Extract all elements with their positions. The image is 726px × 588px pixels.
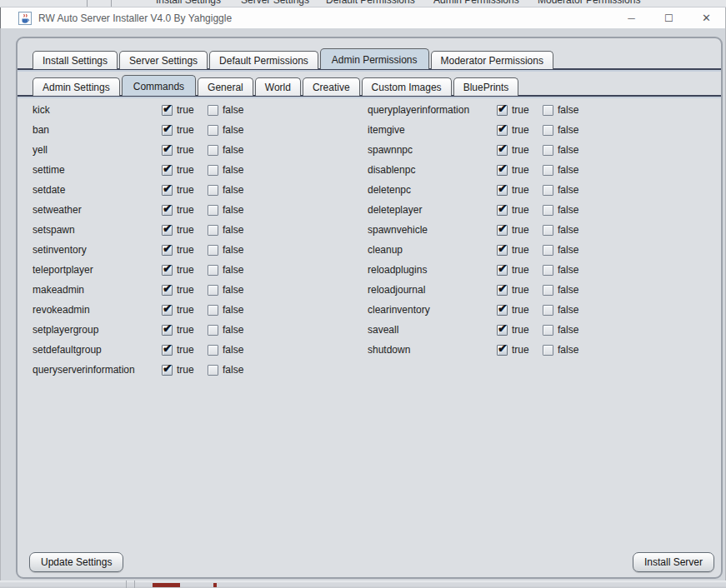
checkbox-false-group[interactable]: false — [543, 204, 618, 216]
checkbox-true[interactable]: ✔ — [497, 225, 508, 236]
checkbox-false[interactable] — [208, 185, 218, 196]
checkbox-true[interactable]: ✔ — [497, 265, 508, 276]
checkbox-false[interactable] — [543, 105, 553, 116]
checkbox-false[interactable] — [208, 125, 218, 136]
checkbox-true[interactable]: ✔ — [497, 185, 508, 196]
checkbox-true-group[interactable]: ✔true — [162, 124, 208, 136]
checkbox-true[interactable]: ✔ — [497, 245, 508, 256]
checkbox-true-group[interactable]: ✔true — [497, 104, 543, 116]
checkbox-false-group[interactable]: false — [208, 244, 283, 256]
checkbox-true-group[interactable]: ✔true — [497, 244, 543, 256]
checkbox-false[interactable] — [208, 105, 218, 116]
subtab-blueprints[interactable]: BluePrints — [453, 77, 519, 96]
checkbox-true[interactable]: ✔ — [162, 205, 173, 216]
checkbox-true[interactable]: ✔ — [162, 325, 173, 336]
checkbox-false-group[interactable]: false — [208, 164, 283, 176]
checkbox-false-group[interactable]: false — [543, 124, 618, 136]
checkbox-false-group[interactable]: false — [208, 104, 283, 116]
checkbox-true[interactable]: ✔ — [162, 345, 173, 356]
subtab-custom-images[interactable]: Custom Images — [362, 77, 452, 96]
checkbox-true-group[interactable]: ✔true — [497, 184, 543, 196]
minimize-icon[interactable]: ─ — [613, 7, 650, 28]
checkbox-false-group[interactable]: false — [208, 224, 283, 236]
checkbox-true[interactable]: ✔ — [162, 245, 173, 256]
subtab-creative[interactable]: Creative — [303, 77, 360, 96]
checkbox-true-group[interactable]: ✔true — [162, 104, 208, 116]
checkbox-true[interactable]: ✔ — [162, 185, 173, 196]
tab-server-settings[interactable]: Server Settings — [119, 51, 208, 69]
checkbox-false[interactable] — [543, 325, 553, 336]
checkbox-false[interactable] — [543, 165, 553, 176]
checkbox-true-group[interactable]: ✔true — [162, 164, 208, 176]
subtab-world[interactable]: World — [255, 77, 301, 96]
checkbox-true-group[interactable]: ✔true — [162, 204, 208, 216]
subtab-commands[interactable]: Commands — [122, 75, 196, 96]
checkbox-true-group[interactable]: ✔true — [497, 304, 543, 316]
checkbox-true[interactable]: ✔ — [497, 165, 508, 176]
checkbox-false-group[interactable]: false — [543, 324, 618, 336]
checkbox-false[interactable] — [543, 285, 553, 296]
checkbox-false[interactable] — [543, 185, 553, 196]
checkbox-false[interactable] — [208, 265, 218, 276]
checkbox-false[interactable] — [208, 165, 218, 176]
checkbox-true[interactable]: ✔ — [497, 145, 508, 156]
checkbox-true-group[interactable]: ✔true — [162, 344, 208, 356]
checkbox-false[interactable] — [208, 225, 218, 236]
checkbox-true[interactable]: ✔ — [162, 305, 173, 316]
checkbox-true-group[interactable]: ✔true — [497, 144, 543, 156]
checkbox-false-group[interactable]: false — [208, 364, 283, 376]
checkbox-false[interactable] — [208, 285, 218, 296]
checkbox-false-group[interactable]: false — [543, 164, 618, 176]
checkbox-false-group[interactable]: false — [543, 344, 618, 356]
checkbox-false[interactable] — [543, 125, 553, 136]
checkbox-true-group[interactable]: ✔true — [497, 224, 543, 236]
checkbox-false-group[interactable]: false — [543, 224, 618, 236]
checkbox-true[interactable]: ✔ — [497, 305, 508, 316]
checkbox-true[interactable]: ✔ — [497, 325, 508, 336]
checkbox-true-group[interactable]: ✔true — [497, 264, 543, 276]
checkbox-false-group[interactable]: false — [208, 124, 283, 136]
checkbox-true[interactable]: ✔ — [162, 165, 173, 176]
checkbox-false[interactable] — [208, 365, 218, 376]
tab-admin-permissions[interactable]: Admin Permissions — [320, 48, 429, 69]
checkbox-false[interactable] — [208, 205, 218, 216]
checkbox-true-group[interactable]: ✔true — [162, 364, 208, 376]
checkbox-true-group[interactable]: ✔true — [162, 184, 208, 196]
checkbox-true[interactable]: ✔ — [497, 345, 508, 356]
checkbox-true[interactable]: ✔ — [497, 105, 508, 116]
checkbox-true[interactable]: ✔ — [162, 105, 173, 116]
checkbox-false[interactable] — [208, 145, 218, 156]
checkbox-true[interactable]: ✔ — [497, 285, 508, 296]
checkbox-false[interactable] — [543, 245, 553, 256]
maximize-icon[interactable]: ☐ — [650, 7, 688, 28]
checkbox-false-group[interactable]: false — [208, 284, 283, 296]
checkbox-true-group[interactable]: ✔true — [497, 344, 543, 356]
checkbox-false-group[interactable]: false — [543, 284, 618, 296]
checkbox-true-group[interactable]: ✔true — [497, 324, 543, 336]
checkbox-true[interactable]: ✔ — [497, 125, 508, 136]
checkbox-false-group[interactable]: false — [208, 184, 283, 196]
checkbox-true[interactable]: ✔ — [162, 265, 173, 276]
checkbox-false-group[interactable]: false — [543, 104, 618, 116]
checkbox-true-group[interactable]: ✔true — [162, 284, 208, 296]
checkbox-false[interactable] — [208, 325, 218, 336]
checkbox-false-group[interactable]: false — [208, 324, 283, 336]
checkbox-true-group[interactable]: ✔true — [162, 304, 208, 316]
checkbox-false-group[interactable]: false — [208, 304, 283, 316]
checkbox-true[interactable]: ✔ — [497, 205, 508, 216]
close-icon[interactable]: ✕ — [688, 7, 725, 28]
checkbox-false-group[interactable]: false — [543, 264, 618, 276]
checkbox-false-group[interactable]: false — [208, 204, 283, 216]
subtab-admin-settings[interactable]: Admin Settings — [33, 77, 120, 96]
checkbox-true-group[interactable]: ✔true — [497, 204, 543, 216]
checkbox-false[interactable] — [208, 345, 218, 356]
checkbox-true-group[interactable]: ✔true — [162, 224, 208, 236]
checkbox-false-group[interactable]: false — [208, 344, 283, 356]
checkbox-false[interactable] — [543, 145, 553, 156]
checkbox-true-group[interactable]: ✔true — [162, 324, 208, 336]
checkbox-true[interactable]: ✔ — [162, 145, 173, 156]
checkbox-false[interactable] — [543, 225, 553, 236]
checkbox-true-group[interactable]: ✔true — [162, 264, 208, 276]
checkbox-false[interactable] — [543, 345, 553, 356]
checkbox-true-group[interactable]: ✔true — [497, 124, 543, 136]
